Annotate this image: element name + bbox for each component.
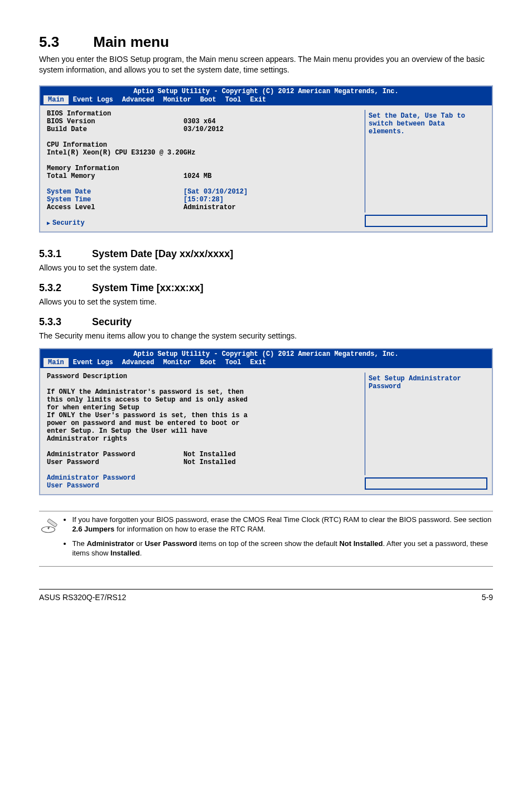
- pencil-icon: [39, 515, 62, 534]
- section-number: 5.3: [39, 33, 89, 51]
- admin-password-link[interactable]: Administrator Password: [47, 474, 355, 482]
- subsection-number: 5.3.1: [39, 248, 89, 260]
- note-text: The: [72, 539, 86, 548]
- cpu-info-line: Intel(R) Xeon(R) CPU E31230 @ 3.20GHz: [47, 149, 355, 157]
- bios-version-value: 0303 x64: [183, 118, 216, 125]
- bios-tab-exit[interactable]: Exit: [245, 95, 270, 104]
- note-bold: Not Installed: [339, 539, 383, 548]
- access-level-value: Administrator: [183, 204, 236, 211]
- total-memory-value: 1024 MB: [183, 172, 211, 180]
- bios-tab-eventlogs[interactable]: Event Logs: [69, 358, 118, 367]
- subsection-title: Security: [92, 316, 132, 327]
- mem-info-header: Memory Information: [47, 165, 355, 172]
- note-bold: Installed: [110, 549, 140, 557]
- note-box: If you have forgotten your BIOS password…: [39, 511, 493, 567]
- note-item: If you have forgotten your BIOS password…: [72, 515, 493, 534]
- bios-screenshot-main: Aptio Setup Utility - Copyright (C) 2012…: [39, 85, 493, 233]
- bios-screenshot-security: Aptio Setup Utility - Copyright (C) 2012…: [39, 348, 493, 495]
- subsection-body: Allows you to set the system time.: [39, 297, 493, 306]
- bios-tab-bar: Main Event Logs Advanced Monitor Boot To…: [43, 95, 489, 104]
- bios-tab-eventlogs[interactable]: Event Logs: [69, 95, 118, 104]
- section-heading: 5.3 Main menu: [39, 33, 493, 51]
- bios-builddate-value: 03/10/2012: [183, 125, 224, 133]
- bios-help-text: Set Setup Administrator Password: [365, 373, 487, 475]
- note-bold: User Password: [144, 539, 197, 548]
- system-time-value[interactable]: [15:07:28]: [183, 196, 224, 204]
- bios-tab-tool[interactable]: Tool: [221, 95, 246, 104]
- security-submenu-label: Security: [52, 219, 85, 227]
- bios-tab-tool[interactable]: Tool: [221, 358, 246, 367]
- note-bold: 2.6 Jumpers: [72, 525, 114, 533]
- footer-left: ASUS RS320Q-E7/RS12: [39, 593, 126, 602]
- subsection-heading: 5.3.3 Security: [39, 316, 493, 328]
- footer-right: 5-9: [482, 593, 493, 602]
- admin-password-value: Not Installed: [183, 451, 236, 458]
- bios-tab-exit[interactable]: Exit: [245, 358, 270, 367]
- page-footer: ASUS RS320Q-E7/RS12 5-9: [39, 589, 493, 602]
- bios-tab-advanced[interactable]: Advanced: [118, 358, 159, 367]
- bios-builddate-label: Build Date: [47, 125, 183, 133]
- subsection-number: 5.3.3: [39, 316, 89, 328]
- system-date-label: System Date: [47, 188, 183, 196]
- bios-tab-main[interactable]: Main: [43, 95, 69, 104]
- bios-tab-boot[interactable]: Boot: [196, 95, 221, 104]
- subsection-heading: 5.3.2 System Time [xx:xx:xx]: [39, 282, 493, 294]
- admin-password-label: Administrator Password: [47, 451, 183, 458]
- user-password-label: User Password: [47, 458, 183, 466]
- bios-header-title: Aptio Setup Utility - Copyright (C) 2012…: [43, 88, 489, 95]
- note-bold: Administrator: [86, 539, 134, 548]
- bios-header: Aptio Setup Utility - Copyright (C) 2012…: [40, 86, 492, 105]
- bios-version-label: BIOS Version: [47, 118, 183, 125]
- bios-tab-monitor[interactable]: Monitor: [158, 95, 195, 104]
- total-memory-label: Total Memory: [47, 172, 183, 180]
- access-level-label: Access Level: [47, 204, 183, 211]
- security-submenu[interactable]: Security: [47, 219, 355, 227]
- bios-help-pane: Set Setup Administrator Password: [360, 368, 492, 494]
- bios-info-header: BIOS Information: [47, 110, 355, 118]
- subsection-title: System Date [Day xx/xx/xxxx]: [92, 248, 233, 259]
- user-password-value: Not Installed: [183, 458, 236, 466]
- bios-help-footer: [365, 477, 487, 490]
- bios-header: Aptio Setup Utility - Copyright (C) 2012…: [40, 349, 492, 368]
- note-body: If you have forgotten your BIOS password…: [62, 515, 493, 563]
- bios-help-footer: [365, 215, 487, 227]
- note-text: If you have forgotten your BIOS password…: [72, 515, 491, 524]
- bios-tab-advanced[interactable]: Advanced: [118, 95, 159, 104]
- section-intro: When you enter the BIOS Setup program, t…: [39, 54, 493, 75]
- subsection-number: 5.3.2: [39, 282, 89, 294]
- system-date-value[interactable]: [Sat 03/10/2012]: [183, 188, 248, 196]
- bios-tab-boot[interactable]: Boot: [196, 358, 221, 367]
- password-desc-text: If ONLY the Administrator's password is …: [47, 388, 259, 443]
- note-text: .: [140, 549, 142, 557]
- bios-help-text: Set the Date, Use Tab to switch between …: [365, 110, 487, 212]
- system-time-label: System Time: [47, 196, 183, 204]
- note-text: items on top of the screen show the defa…: [197, 539, 339, 548]
- subsection-title: System Time [xx:xx:xx]: [92, 282, 204, 293]
- bios-help-pane: Set the Date, Use Tab to switch between …: [360, 105, 492, 231]
- note-text: or: [134, 539, 145, 548]
- bios-tab-bar: Main Event Logs Advanced Monitor Boot To…: [43, 358, 489, 367]
- cpu-info-header: CPU Information: [47, 141, 355, 149]
- bios-tab-main[interactable]: Main: [43, 358, 69, 367]
- user-password-link[interactable]: User Password: [47, 482, 355, 490]
- subsection-body: The Security menu items allow you to cha…: [39, 331, 493, 340]
- bios-tab-monitor[interactable]: Monitor: [158, 358, 195, 367]
- bios-left-pane: Password Description If ONLY the Adminis…: [40, 368, 360, 494]
- svg-rect-1: [47, 519, 57, 527]
- bios-left-pane: BIOS Information BIOS Version0303 x64 Bu…: [40, 105, 360, 231]
- password-desc-header: Password Description: [47, 373, 355, 380]
- section-title: Main menu: [93, 33, 169, 50]
- subsection-heading: 5.3.1 System Date [Day xx/xx/xxxx]: [39, 248, 493, 260]
- subsection-body: Allows you to set the system date.: [39, 263, 493, 272]
- bios-header-title: Aptio Setup Utility - Copyright (C) 2012…: [43, 350, 489, 358]
- note-item: The Administrator or User Password items…: [72, 539, 493, 558]
- note-text: for information on how to erase the RTC …: [114, 525, 265, 533]
